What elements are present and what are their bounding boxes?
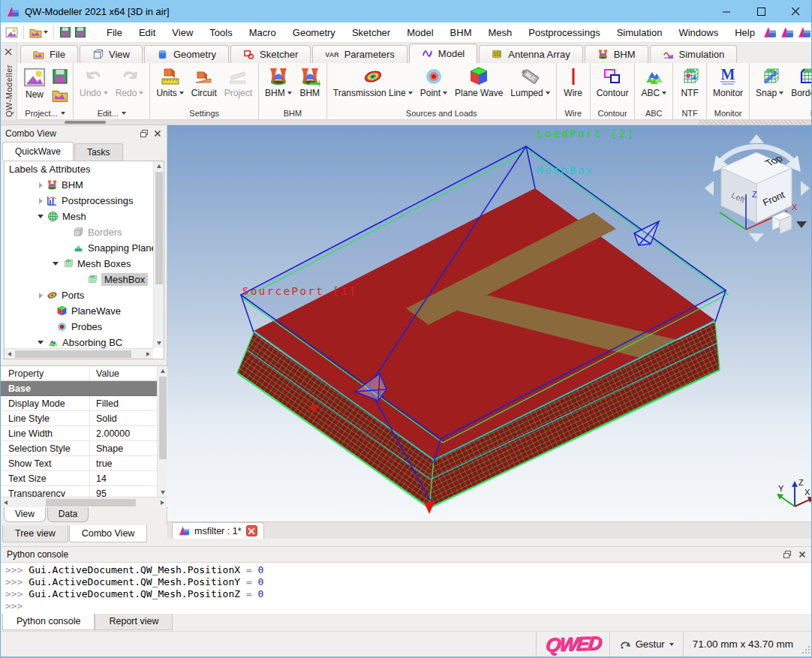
ribbon-tab-geometry[interactable]: Geometry — [144, 45, 229, 63]
property-row[interactable]: Show Text true — [1, 456, 167, 471]
menu-sketcher[interactable]: Sketcher — [344, 24, 398, 41]
menu-simulation[interactable]: Simulation — [609, 24, 671, 41]
property-vertical-scrollbar[interactable] — [157, 366, 167, 497]
tree-item-meshbox[interactable]: MeshBox — [5, 272, 164, 287]
project-settings-button[interactable]: Project — [221, 65, 255, 107]
point-button[interactable]: Point — [417, 65, 450, 107]
property-row[interactable]: Selection Style Shape — [1, 441, 167, 456]
ribbon-tab-parameters[interactable]: VARParameters — [312, 45, 408, 63]
new-image-icon[interactable] — [5, 26, 18, 39]
tab-view[interactable]: View — [4, 507, 46, 522]
menu-edit[interactable]: Edit — [131, 24, 164, 41]
transmission-line-button[interactable]: Transmission Line — [330, 65, 416, 107]
tree-item-mesh-boxes[interactable]: Mesh Boxes — [5, 256, 164, 272]
save-project-icon[interactable] — [52, 68, 68, 85]
horizontal-splitter[interactable] — [167, 539, 812, 546]
float-panel-icon[interactable] — [783, 550, 792, 559]
menu-view[interactable]: View — [164, 24, 201, 41]
console-prompt-line[interactable]: >>> — [5, 600, 812, 612]
menu-model[interactable]: Model — [398, 24, 441, 41]
ribbon-tab-file[interactable]: File — [20, 45, 78, 63]
nav-arrow-left[interactable] — [705, 181, 714, 196]
tree-item-mesh[interactable]: Mesh — [5, 209, 164, 224]
menu-tools[interactable]: Tools — [201, 24, 240, 41]
gesture-selector[interactable]: Gestur — [609, 632, 683, 656]
snap-button[interactable]: Snap — [753, 65, 786, 107]
wire-button[interactable]: Wire — [560, 65, 587, 107]
menu-help[interactable]: Help — [726, 24, 763, 41]
tree-item-ports[interactable]: Ports — [5, 287, 164, 303]
tab-tree-view[interactable]: Tree view — [2, 525, 68, 542]
collapse-icon[interactable] — [53, 262, 59, 266]
tree-item-borders[interactable]: Borders — [5, 224, 164, 240]
resize-grip[interactable] — [802, 632, 812, 656]
undo-button[interactable]: Undo — [77, 65, 111, 107]
property-row[interactable]: Line Width 2.00000 — [1, 426, 167, 441]
close-panel-icon[interactable] — [153, 129, 162, 138]
group-label-project[interactable]: Project... — [20, 107, 70, 119]
save-as-icon[interactable] — [74, 26, 86, 38]
expand-icon[interactable] — [39, 182, 43, 188]
viewport-3d[interactable]: Top Front Left Z X Z X Y — [167, 125, 812, 521]
units-button[interactable]: Units — [153, 65, 186, 107]
collapse-icon[interactable] — [38, 341, 44, 344]
qw-tool-icon-3[interactable] — [798, 26, 811, 39]
tab-combo-view[interactable]: Combo View — [69, 525, 148, 542]
tree-item-snapping-planes[interactable]: Snapping Planes — [5, 240, 164, 256]
menu-macro[interactable]: Macro — [241, 24, 284, 41]
tree-item-postprocessings[interactable]: Postprocessings — [5, 193, 164, 209]
ribbon-scroll-strip[interactable] — [1, 120, 812, 125]
property-row[interactable]: Display Mode Filled — [1, 396, 167, 411]
ribbon-scroll-thumb[interactable] — [65, 121, 106, 124]
tab-data[interactable]: Data — [47, 507, 89, 522]
menu-mesh[interactable]: Mesh — [480, 24, 521, 41]
document-close-icon[interactable] — [246, 525, 257, 536]
tab-report-view[interactable]: Report view — [95, 614, 173, 630]
close-panel-icon[interactable] — [798, 550, 807, 559]
bhm-export-button[interactable]: BHM — [296, 65, 323, 107]
title-bar[interactable]: QW-Modeller 2021 x64 [3D in air] — [1, 0, 812, 23]
tree-horizontal-scrollbar[interactable] — [5, 348, 153, 359]
lumped-button[interactable]: Lumped — [507, 65, 552, 107]
menu-bhm[interactable]: BHM — [442, 24, 480, 41]
expand-icon[interactable] — [39, 293, 43, 299]
close-button[interactable] — [778, 0, 812, 23]
menu-file[interactable]: File — [98, 24, 131, 41]
borders-button[interactable]: Borders — [788, 65, 812, 107]
contour-button[interactable]: Contour — [594, 65, 632, 107]
plane-wave-button[interactable]: Plane Wave — [452, 65, 506, 107]
menu-windows[interactable]: Windows — [670, 24, 726, 41]
ribbon-tab-sketcher[interactable]: Sketcher — [230, 45, 311, 63]
nav-arrow-down[interactable] — [749, 233, 764, 242]
nav-arrow-up[interactable] — [749, 134, 764, 143]
ribbon-tab-simulation[interactable]: Simulation — [650, 45, 738, 63]
ntf-button[interactable]: NTF — [676, 65, 703, 107]
float-panel-icon[interactable] — [140, 129, 149, 138]
ribbon-tab-view[interactable]: View — [80, 45, 143, 63]
collapse-icon[interactable] — [38, 215, 44, 218]
nav-arrow-right[interactable] — [801, 181, 810, 196]
tree-vertical-scrollbar[interactable] — [153, 161, 164, 348]
tab-python-console[interactable]: Python console — [2, 614, 95, 630]
menu-geometry[interactable]: Geometry — [284, 24, 344, 41]
property-horizontal-scrollbar[interactable] — [1, 497, 167, 507]
bhm-button[interactable]: BHM — [262, 65, 295, 107]
ribbon-close-icon[interactable] — [2, 45, 16, 59]
tab-tasks[interactable]: Tasks — [74, 143, 123, 161]
property-group-base[interactable]: Base — [1, 381, 167, 396]
maximize-button[interactable] — [744, 0, 778, 23]
qw-tool-icon-2[interactable] — [780, 26, 794, 39]
save-icon[interactable] — [59, 26, 71, 38]
model-3d[interactable]: Top Front Left Z X Z X Y — [167, 125, 812, 521]
new-button[interactable]: New — [20, 65, 49, 107]
qw-tool-icon-1[interactable] — [763, 26, 777, 39]
tree-item-planewave[interactable]: PlaneWave — [5, 303, 164, 319]
circuit-button[interactable]: Circuit — [188, 65, 220, 107]
python-console[interactable]: >>> Gui.ActiveDocument.QW_Mesh.PositionX… — [1, 562, 812, 614]
tree-item-bhm[interactable]: BHM — [5, 177, 164, 193]
group-label-edit[interactable]: Edit... — [77, 107, 146, 119]
expand-icon[interactable] — [39, 198, 43, 204]
tab-quickwave[interactable]: QuickWave — [2, 142, 74, 161]
open-project-icon[interactable] — [52, 87, 68, 104]
nav-cube[interactable]: Top Front Left Z X — [705, 134, 810, 242]
